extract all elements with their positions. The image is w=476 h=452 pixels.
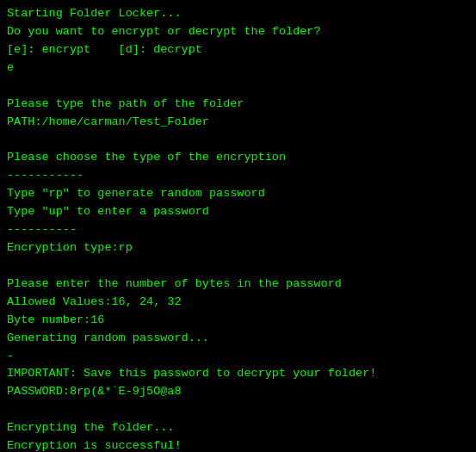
- terminal-line-12: Type "up" to enter a password: [7, 203, 469, 221]
- terminal-line-21: IMPORTANT: Save this password to decrypt…: [7, 365, 469, 383]
- terminal-container: Starting Folder Locker...Do you want to …: [7, 5, 469, 452]
- terminal-line-3: [e]: encrypt [d]: decrypt: [7, 41, 469, 59]
- terminal-line-20: -: [7, 348, 469, 366]
- terminal-line-8: [7, 131, 469, 149]
- terminal-line-17: Allowed Values:16, 24, 32: [7, 294, 469, 312]
- terminal-line-5: [7, 77, 469, 96]
- terminal-line-14: Encryption type:rp: [7, 239, 469, 257]
- terminal-line-1: Starting Folder Locker...: [7, 5, 469, 23]
- terminal-line-6: Please type the path of the folder: [7, 96, 469, 114]
- terminal-line-22: PASSWORD:8rp(&*`E-9j5O@a8: [7, 383, 469, 401]
- terminal-line-11: Type "rp" to generate random password: [7, 185, 469, 203]
- terminal-line-9: Please choose the type of the encryption: [7, 149, 469, 167]
- terminal-line-15: [7, 257, 469, 276]
- terminal-line-2: Do you want to encrypt or decrypt the fo…: [7, 23, 469, 41]
- terminal-line-23: [7, 401, 469, 419]
- terminal-line-24: Encrypting the folder...: [7, 419, 469, 437]
- terminal-line-7: PATH:/home/carman/Test_Folder: [7, 114, 469, 132]
- terminal-line-13: ----------: [7, 221, 469, 239]
- terminal-line-10: -----------: [7, 167, 469, 185]
- terminal-line-19: Generating random password...: [7, 330, 469, 348]
- terminal-line-18: Byte number:16: [7, 312, 469, 330]
- terminal-line-25: Encryption is successful!: [7, 437, 469, 452]
- terminal-line-4: e: [7, 59, 469, 77]
- terminal-line-16: Please enter the number of bytes in the …: [7, 276, 469, 294]
